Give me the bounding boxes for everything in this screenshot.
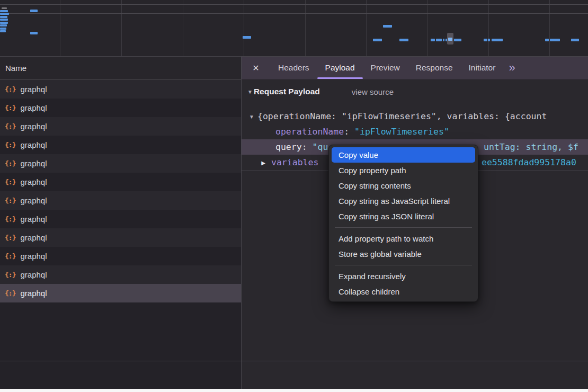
menu-item-collapse-children[interactable]: Collapse children — [332, 284, 475, 299]
table-row[interactable]: {:}graphql — [0, 154, 241, 173]
waterfall-bar — [484, 39, 487, 41]
waterfall-bar — [550, 39, 560, 41]
request-name: graphql — [20, 103, 47, 112]
request-table: Name {:}graphql{:}graphql{:}graphql{:}gr… — [0, 57, 241, 389]
more-tabs-icon[interactable]: » — [509, 57, 515, 79]
menu-item-copy-string-as-javascript-literal[interactable]: Copy string as JavaScript literal — [332, 193, 475, 209]
waterfall-bar — [431, 39, 435, 41]
grid-line — [366, 0, 367, 56]
waterfall-bar — [30, 32, 38, 34]
request-name: graphql — [20, 270, 47, 279]
request-name: graphql — [20, 122, 47, 131]
table-row[interactable]: {:}graphql — [0, 117, 241, 136]
waterfall-bar — [0, 13, 9, 15]
network-overview-timeline[interactable] — [0, 0, 588, 57]
request-name: graphql — [20, 233, 47, 242]
request-rows: {:}graphql{:}graphql{:}graphql{:}graphql… — [0, 80, 241, 302]
tab-initiator[interactable]: Initiator — [461, 57, 504, 79]
property-value-continuation: ee5588fdad995178a0 — [482, 155, 576, 170]
waterfall-bar — [0, 10, 8, 12]
tab-preview[interactable]: Preview — [363, 57, 408, 79]
waterfall-bar — [383, 25, 392, 28]
request-name: graphql — [20, 85, 47, 94]
menu-item-copy-value[interactable]: Copy value — [332, 147, 475, 163]
request-name: graphql — [20, 252, 47, 261]
json-braces-icon: {:} — [5, 252, 15, 260]
waterfall-bar — [30, 10, 38, 12]
waterfall-bar — [0, 24, 7, 26]
table-row[interactable]: {:}graphql — [0, 265, 241, 284]
json-braces-icon: {:} — [5, 215, 15, 223]
table-row[interactable]: {:}graphql — [0, 99, 241, 117]
table-row[interactable]: {:}graphql — [0, 247, 241, 265]
view-source-link[interactable]: view source — [352, 87, 394, 96]
json-braces-icon: {:} — [5, 159, 15, 167]
menu-item-copy-string-as-json-literal[interactable]: Copy string as JSON literal — [332, 209, 475, 224]
key-value-separator: : — [302, 142, 313, 152]
devtools-network-panel: Name {:}graphql{:}graphql{:}graphql{:}gr… — [0, 0, 588, 389]
waterfall-bar — [0, 19, 8, 21]
request-name: graphql — [20, 140, 47, 149]
waterfall-bar — [0, 16, 7, 18]
table-row[interactable]: {:}graphql — [0, 136, 241, 154]
request-payload-section-header[interactable]: ▼ Request Payload view source — [242, 79, 588, 104]
table-row[interactable]: {:}graphql — [0, 284, 241, 302]
grid-line — [427, 0, 428, 56]
grid-line — [305, 0, 306, 56]
tab-response[interactable]: Response — [408, 57, 461, 79]
close-icon[interactable]: ✕ — [242, 57, 270, 79]
json-braces-icon: {:} — [5, 271, 15, 279]
tab-payload[interactable]: Payload — [317, 57, 363, 79]
section-collapse-icon[interactable]: ▼ — [247, 89, 253, 95]
menu-item-expand-recursively[interactable]: Expand recursively — [332, 269, 475, 284]
waterfall-bar — [545, 39, 549, 41]
waterfall-bar — [454, 39, 461, 41]
property-value: "ipFlowTimeseries" — [354, 127, 449, 137]
menu-item-store-as-global-variable[interactable]: Store as global variable — [332, 246, 475, 262]
json-braces-icon: {:} — [5, 197, 15, 204]
waterfall-bar — [0, 28, 6, 30]
json-braces-icon: {:} — [5, 104, 15, 112]
waterfall-bar — [0, 30, 6, 32]
table-row[interactable]: {:}graphql — [0, 210, 241, 228]
waterfall-bar — [492, 39, 503, 41]
context-menu: Copy valueCopy property pathCopy string … — [328, 145, 478, 302]
json-braces-icon: {:} — [5, 234, 15, 242]
object-preview: {operationName: "ipFlowTimeseries", vari… — [257, 111, 547, 121]
property-value: "qu — [313, 142, 328, 152]
tab-headers[interactable]: Headers — [270, 57, 317, 79]
payload-root-row[interactable]: ▼{operationName: "ipFlowTimeseries", var… — [242, 109, 588, 124]
table-row[interactable]: {:}graphql — [0, 173, 241, 191]
payload-row-operation-name[interactable]: operationName: "ipFlowTimeseries" — [242, 124, 588, 139]
json-braces-icon: {:} — [5, 122, 15, 130]
collapse-arrow-icon[interactable]: ▼ — [246, 109, 257, 124]
tabs: HeadersPayloadPreviewResponseInitiator — [270, 57, 503, 79]
grid-line — [60, 0, 60, 56]
request-name: graphql — [20, 289, 47, 298]
menu-separator — [335, 265, 472, 265]
waterfall-bar — [399, 39, 408, 41]
lane-divider — [0, 4, 588, 5]
menu-item-add-property-path-to-watch[interactable]: Add property path to watch — [332, 231, 475, 246]
menu-item-copy-property-path[interactable]: Copy property path — [332, 163, 475, 178]
waterfall-bar — [436, 39, 442, 41]
property-key: operationName — [275, 127, 344, 137]
table-row[interactable]: {:}graphql — [0, 80, 241, 99]
property-value-continuation: untTag: string, $f — [484, 139, 578, 155]
summary-bar-divider — [0, 361, 588, 361]
waterfall-bar — [243, 36, 251, 39]
expand-arrow-icon[interactable]: ▶ — [255, 155, 271, 171]
request-name: graphql — [20, 215, 47, 224]
request-name: graphql — [20, 177, 47, 186]
column-header-name[interactable]: Name — [0, 57, 241, 80]
table-row[interactable]: {:}graphql — [0, 228, 241, 247]
waterfall-bar — [2, 7, 7, 9]
request-name: graphql — [20, 159, 47, 168]
waterfall-bar — [373, 39, 382, 41]
menu-separator — [335, 227, 472, 228]
lane-divider — [0, 13, 588, 14]
hovered-request-marker-bar — [448, 38, 452, 41]
table-row[interactable]: {:}graphql — [0, 191, 241, 210]
menu-item-copy-string-contents[interactable]: Copy string contents — [332, 178, 475, 193]
waterfall-bar — [571, 39, 579, 41]
